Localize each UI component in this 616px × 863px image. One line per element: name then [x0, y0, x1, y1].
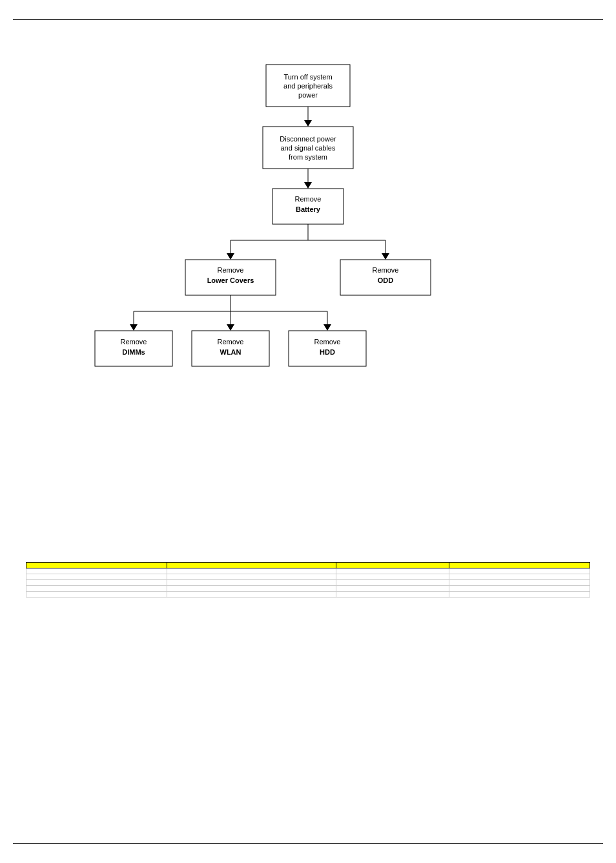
table-header-3: [336, 563, 449, 568]
data-table: [26, 562, 590, 598]
svg-marker-18: [227, 253, 234, 260]
svg-text:and peripherals: and peripherals: [283, 82, 333, 90]
svg-text:Remove: Remove: [295, 195, 322, 203]
svg-marker-30: [130, 324, 138, 331]
svg-text:and signal cables: and signal cables: [280, 144, 336, 152]
svg-text:WLAN: WLAN: [220, 348, 241, 356]
table-row: [26, 586, 590, 592]
svg-marker-32: [227, 324, 234, 331]
bottom-border: [13, 843, 603, 844]
svg-text:HDD: HDD: [320, 348, 335, 356]
table-row: [26, 574, 590, 580]
svg-text:Turn off system: Turn off system: [283, 73, 332, 81]
table-header-4: [449, 563, 590, 568]
svg-text:ODD: ODD: [378, 276, 394, 284]
svg-text:Battery: Battery: [296, 205, 321, 213]
table-header-2: [167, 563, 336, 568]
top-border: [13, 19, 603, 20]
table-row: [26, 568, 590, 574]
svg-text:Remove: Remove: [218, 338, 244, 346]
svg-text:from system: from system: [289, 153, 327, 161]
svg-text:Remove: Remove: [121, 338, 147, 346]
svg-text:Remove: Remove: [218, 266, 244, 274]
svg-marker-5: [304, 120, 312, 127]
table-row: [26, 592, 590, 598]
table-section: [26, 562, 590, 598]
table-row: [26, 580, 590, 586]
flowchart-diagram: Turn off system and peripherals power Di…: [82, 52, 534, 491]
svg-text:Lower Covers: Lower Covers: [207, 276, 254, 284]
svg-text:Remove: Remove: [314, 338, 341, 346]
svg-text:Disconnect power: Disconnect power: [280, 135, 336, 143]
table-header-1: [26, 563, 167, 568]
svg-marker-11: [304, 182, 312, 189]
svg-text:DIMMs: DIMMs: [122, 348, 145, 356]
svg-text:Remove: Remove: [373, 266, 399, 274]
svg-marker-34: [323, 324, 331, 331]
svg-text:power: power: [298, 91, 318, 99]
svg-marker-20: [382, 253, 389, 260]
